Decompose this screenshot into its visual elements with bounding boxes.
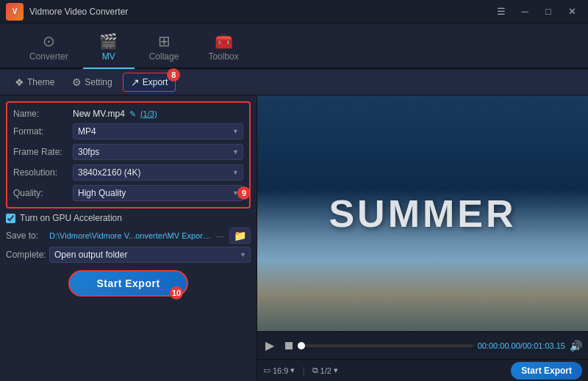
app-title: Vidmore Video Converter xyxy=(29,7,491,17)
time-display: 00:00:00.00/00:01:03.15 xyxy=(478,341,565,350)
resolution-select[interactable]: 1920x1080 (FHD) 2560x1440 (2K) 3840x2160… xyxy=(73,164,243,181)
aspect-ratio-chevron: ▾ xyxy=(290,366,295,375)
tab-collage-label: Collage xyxy=(149,51,179,62)
close-button[interactable]: ✕ xyxy=(562,3,582,21)
export-right-button[interactable]: Start Export xyxy=(511,362,582,380)
app-logo: V xyxy=(6,3,24,21)
toolbar: ❖ Theme ⚙ Setting ↗ Export 8 xyxy=(0,69,588,95)
clip-count-button[interactable]: ⧉ 1/2 ▾ xyxy=(312,366,338,375)
gpu-row: Turn on GPU Acceleration xyxy=(6,211,251,225)
time-total: 00:01:03.15 xyxy=(523,341,565,350)
nav-tabs: ⊙ Converter 🎬 MV ⊞ Collage 🧰 Toolbox xyxy=(0,23,588,69)
save-path: D:\Vidmore\Vidmore V...onverter\MV Expor… xyxy=(49,231,211,240)
edit-icon[interactable]: ✎ xyxy=(129,109,136,119)
toolbox-icon: 🧰 xyxy=(215,32,233,50)
video-preview: SUMMER xyxy=(257,95,588,331)
progress-bar[interactable] xyxy=(301,344,473,347)
progress-dot xyxy=(298,342,305,349)
setting-label: Setting xyxy=(85,77,112,87)
complete-label: Complete: xyxy=(6,250,46,260)
quality-row: Quality: High Quality Medium Quality Low… xyxy=(13,185,243,201)
aspect-ratio-button[interactable]: ▭ 16:9 ▾ xyxy=(263,366,295,375)
quality-select-wrapper: High Quality Medium Quality Low Quality xyxy=(73,185,243,201)
clip-controls: ▭ 16:9 ▾ | ⧉ 1/2 ▾ Start Export xyxy=(257,359,588,381)
format-select-wrapper: MP4 MOV AVI MKV xyxy=(73,123,243,139)
video-controls: ▶ ⏹ 00:00:00.00/00:01:03.15 🔊 xyxy=(257,331,588,359)
quality-select[interactable]: High Quality Medium Quality Low Quality xyxy=(73,185,243,201)
export-label: Export xyxy=(143,77,168,87)
tab-converter-label: Converter xyxy=(29,51,68,62)
format-label: Format: xyxy=(13,126,68,137)
maximize-button[interactable]: □ xyxy=(538,3,559,21)
tab-toolbox-label: Toolbox xyxy=(208,51,238,62)
converter-icon: ⊙ xyxy=(43,32,55,50)
setting-button[interactable]: ⚙ Setting xyxy=(65,73,119,91)
menu-button[interactable]: ☰ xyxy=(491,3,512,21)
save-path-dots-button[interactable]: ··· xyxy=(214,231,226,242)
framerate-label: Frame Rate: xyxy=(13,147,68,157)
start-export-container: Start Export 10 xyxy=(6,270,251,297)
framerate-select-wrapper: 24fps 30fps 60fps xyxy=(73,144,243,160)
clip-icon: ⧉ xyxy=(312,366,318,375)
aspect-ratio-label: 16:9 xyxy=(273,366,288,375)
gpu-checkbox[interactable] xyxy=(6,214,15,223)
framerate-select[interactable]: 24fps 30fps 60fps xyxy=(73,144,243,160)
format-select[interactable]: MP4 MOV AVI MKV xyxy=(73,123,243,139)
export-form: Name: New MV.mp4 ✎ (1/3) Format: MP4 MOV… xyxy=(6,101,251,208)
resolution-row: Resolution: 1920x1080 (FHD) 2560x1440 (2… xyxy=(13,164,243,181)
name-label: Name: xyxy=(13,109,68,119)
tab-mv[interactable]: 🎬 MV xyxy=(83,26,135,69)
gear-icon: ⚙ xyxy=(72,76,82,88)
badge-10: 10 xyxy=(170,286,183,300)
badge-9: 9 xyxy=(237,186,251,200)
theme-icon: ❖ xyxy=(15,76,24,88)
clip-count-label: 1/2 xyxy=(320,366,331,375)
window-controls: ☰ ─ □ ✕ xyxy=(491,3,582,21)
folder-button[interactable]: 📁 xyxy=(229,228,251,244)
save-row: Save to: D:\Vidmore\Vidmore V...onverter… xyxy=(6,228,251,244)
quality-label: Quality: xyxy=(13,188,68,198)
volume-icon[interactable]: 🔊 xyxy=(570,340,582,352)
complete-row: Complete: Open output folder Do nothing xyxy=(6,247,251,263)
mv-icon: 🎬 xyxy=(99,32,118,50)
time-current: 00:00:00.00 xyxy=(478,341,520,350)
name-link[interactable]: (1/3) xyxy=(140,109,157,118)
clip-divider: | xyxy=(302,366,304,376)
framerate-row: Frame Rate: 24fps 30fps 60fps xyxy=(13,144,243,160)
tab-toolbox[interactable]: 🧰 Toolbox xyxy=(193,26,253,68)
logo-letter: V xyxy=(12,7,18,15)
collage-icon: ⊞ xyxy=(158,32,171,50)
theme-button[interactable]: ❖ Theme xyxy=(7,73,62,91)
title-bar: V Vidmore Video Converter ☰ ─ □ ✕ xyxy=(0,0,588,23)
right-panel: SUMMER ▶ ⏹ 00:00:00.00/00:01:03.15 🔊 ▭ 1… xyxy=(257,95,588,381)
main-content: Name: New MV.mp4 ✎ (1/3) Format: MP4 MOV… xyxy=(0,95,588,381)
minimize-button[interactable]: ─ xyxy=(514,3,535,21)
badge-8: 8 xyxy=(167,68,180,81)
export-icon: ↗ xyxy=(131,76,140,88)
resolution-label: Resolution: xyxy=(13,167,68,178)
name-row: Name: New MV.mp4 ✎ (1/3) xyxy=(13,109,243,119)
resolution-select-wrapper: 1920x1080 (FHD) 2560x1440 (2K) 3840x2160… xyxy=(73,164,243,181)
aspect-ratio-icon: ▭ xyxy=(263,366,270,375)
video-preview-text: SUMMER xyxy=(329,192,516,236)
theme-label: Theme xyxy=(27,77,54,87)
save-label: Save to: xyxy=(6,231,46,241)
format-row: Format: MP4 MOV AVI MKV xyxy=(13,123,243,139)
left-panel: Name: New MV.mp4 ✎ (1/3) Format: MP4 MOV… xyxy=(0,95,257,381)
gpu-label: Turn on GPU Acceleration xyxy=(20,213,122,223)
clip-count-chevron: ▾ xyxy=(334,366,338,375)
video-overlay xyxy=(257,237,588,331)
tab-collage[interactable]: ⊞ Collage xyxy=(135,26,194,68)
tab-converter[interactable]: ⊙ Converter xyxy=(15,26,83,68)
stop-button[interactable]: ⏹ xyxy=(281,339,297,352)
play-button[interactable]: ▶ xyxy=(263,338,276,352)
complete-select-wrapper: Open output folder Do nothing xyxy=(49,247,251,263)
complete-select[interactable]: Open output folder Do nothing xyxy=(49,247,251,263)
tab-mv-label: MV xyxy=(102,51,115,62)
name-value: New MV.mp4 xyxy=(73,109,125,119)
